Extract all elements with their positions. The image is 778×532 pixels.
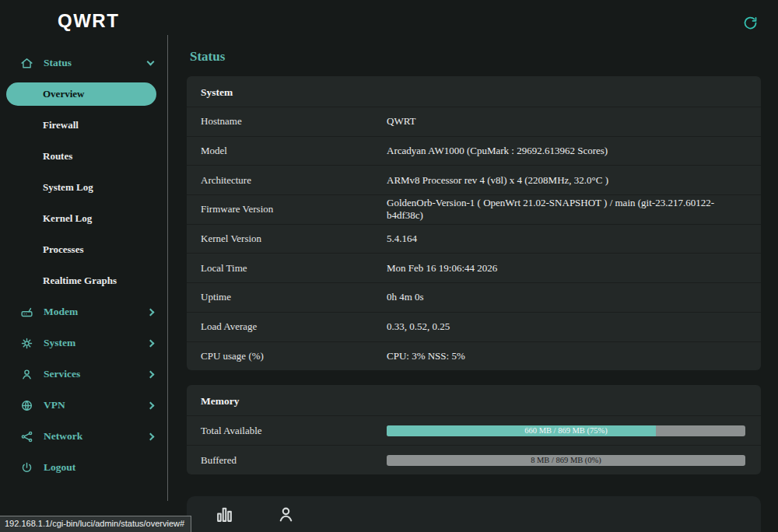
sidebar-item-overview[interactable]: Overview <box>6 82 156 106</box>
table-row: Kernel Version 5.4.164 <box>187 224 761 254</box>
sidebar-item-processes[interactable]: Processes <box>0 234 167 265</box>
sidebar-item-system[interactable]: System <box>0 327 167 359</box>
memory-total-progressbar: 660 MB / 869 MB (75%) <box>387 425 745 436</box>
sidebar-item-vpn[interactable]: VPN <box>0 390 167 421</box>
chevron-right-icon <box>147 339 155 347</box>
sidebar-item-status[interactable]: Status <box>0 47 167 79</box>
status-url-tooltip: 192.168.1.1/cgi-bin/luci/admin/status/ov… <box>0 516 191 532</box>
sidebar-item-label: Services <box>44 368 138 380</box>
home-icon <box>20 57 33 70</box>
table-row: Model Arcadyan AW1000 (CpuMark : 29692.6… <box>187 136 761 166</box>
chevron-right-icon <box>147 401 155 409</box>
chevron-down-icon <box>147 58 155 65</box>
modem-icon <box>20 306 33 319</box>
row-value: Arcadyan AW1000 (CpuMark : 29692.613962 … <box>387 145 608 157</box>
table-row: Local Time Mon Feb 16 19:06:44 2026 <box>187 253 761 282</box>
user-icon <box>20 368 33 381</box>
sidebar-item-system-log[interactable]: System Log <box>0 172 167 203</box>
row-value: ARMv8 Processor rev 4 (v8l) x 4 (2208MHz… <box>387 174 608 187</box>
row-label: Load Average <box>201 320 387 333</box>
memory-card-title: Memory <box>187 385 761 415</box>
row-label: Uptime <box>201 291 387 303</box>
row-value: 5.4.164 <box>387 233 417 245</box>
chevron-right-icon <box>147 432 155 440</box>
table-row: Uptime 0h 4m 0s <box>187 282 761 312</box>
row-label: Local Time <box>201 262 387 275</box>
system-card: System Hostname QWRT Model Arcadyan AW10… <box>187 76 761 370</box>
row-value: QWRT <box>387 115 416 128</box>
sidebar-item-routes[interactable]: Routes <box>0 141 167 172</box>
sidebar-item-network[interactable]: Network <box>0 421 167 452</box>
row-value: 0h 4m 0s <box>387 291 424 303</box>
progress-text: 8 MB / 869 MB (0%) <box>387 455 745 466</box>
sidebar-item-label: System <box>44 337 138 349</box>
sidebar-item-firewall[interactable]: Firewall <box>0 110 167 141</box>
network-icon <box>20 430 33 443</box>
row-label: Hostname <box>201 115 387 128</box>
row-label: Buffered <box>201 454 387 467</box>
row-label: Model <box>201 145 387 157</box>
chevron-right-icon <box>147 308 155 316</box>
table-row: Architecture ARMv8 Processor rev 4 (v8l)… <box>187 165 761 194</box>
app-logo: QWRT <box>58 10 119 32</box>
account-icon[interactable] <box>276 505 296 524</box>
footer-quickbar <box>187 496 761 532</box>
globe-icon <box>20 399 33 412</box>
sidebar-item-realtime-graphs[interactable]: Realtime Graphs <box>0 265 167 296</box>
sidebar-item-kernel-log[interactable]: Kernel Log <box>0 203 167 234</box>
sidebar-nav: Status Overview Firewall Routes System L… <box>0 47 167 483</box>
memory-card: Memory Total Available 660 MB / 869 MB (… <box>187 385 761 474</box>
chevron-right-icon <box>147 370 155 378</box>
row-label: Firmware Version <box>201 203 387 215</box>
system-card-title: System <box>187 76 761 107</box>
table-row: Firmware Version GoldenOrb-Version-1 ( O… <box>187 194 761 224</box>
progress-text: 660 MB / 869 MB (75%) <box>387 425 745 436</box>
table-row: Buffered 8 MB / 869 MB (0%) <box>187 445 761 474</box>
table-row: Load Average 0.33, 0.52, 0.25 <box>187 312 761 341</box>
table-row: CPU usage (%) CPU: 3% NSS: 5% <box>187 341 761 371</box>
sidebar-item-label: Logout <box>44 461 153 474</box>
sidebar-item-label: Modem <box>44 306 138 318</box>
sidebar: QWRT Status Overview Firewall Routes Sys… <box>0 0 167 532</box>
sidebar-item-logout[interactable]: Logout <box>0 452 167 483</box>
main-content: Status System Hostname QWRT Model Arcady… <box>168 0 778 532</box>
table-row: Hostname QWRT <box>187 107 761 136</box>
gear-icon <box>20 337 33 350</box>
sidebar-item-label: Network <box>44 430 138 443</box>
memory-buffered-progressbar: 8 MB / 869 MB (0%) <box>387 455 745 466</box>
row-label: CPU usage (%) <box>201 350 387 362</box>
sidebar-item-modem[interactable]: Modem <box>0 296 167 327</box>
row-label: Kernel Version <box>201 233 387 245</box>
sidebar-item-services[interactable]: Services <box>0 359 167 390</box>
bar-chart-icon[interactable] <box>215 505 234 524</box>
row-value: GoldenOrb-Version-1 ( OpenWrt 21.02-SNAP… <box>387 197 747 222</box>
sidebar-item-label: VPN <box>44 399 138 411</box>
row-label: Architecture <box>201 174 387 187</box>
row-value: CPU: 3% NSS: 5% <box>387 350 465 362</box>
power-icon <box>20 461 33 474</box>
table-row: Total Available 660 MB / 869 MB (75%) <box>187 415 761 445</box>
sidebar-item-label: Status <box>44 57 138 69</box>
row-value: 0.33, 0.52, 0.25 <box>387 320 450 333</box>
page-title: Status <box>190 49 761 65</box>
row-label: Total Available <box>201 425 387 437</box>
row-value: Mon Feb 16 19:06:44 2026 <box>387 262 497 275</box>
